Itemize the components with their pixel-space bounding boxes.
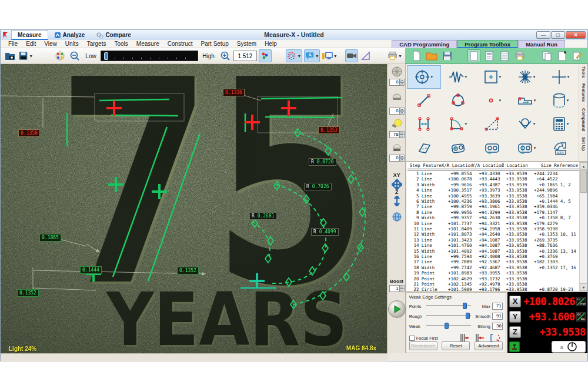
close-button[interactable]: ✕	[566, 31, 586, 39]
ribbon-tab-compare[interactable]: Compare	[91, 30, 136, 40]
menu-item[interactable]: Units	[61, 41, 83, 47]
menu-item[interactable]: Edit	[22, 41, 40, 47]
dropdown-arrow-icon[interactable]: ▾	[534, 98, 536, 103]
scrollbar-thumb[interactable]	[580, 170, 587, 193]
magnification-button[interactable]: ▼	[322, 49, 338, 62]
units-toggle-icon[interactable]: inmm	[576, 297, 586, 306]
tool-vgroove[interactable]: ▾	[509, 112, 543, 136]
edge-detect-button[interactable]: ▼	[286, 49, 302, 62]
dropdown-arrow-icon[interactable]: ▾	[465, 75, 467, 79]
table-row[interactable]: 19 Point +101.8983 +93.9955 +33.9538	[407, 270, 579, 276]
table-row[interactable]: 13 Line +101.3423 +94.1087 +33.9538 +269…	[407, 237, 579, 243]
report-view-detail-button[interactable]	[498, 49, 511, 62]
paste-steps-button[interactable]	[556, 49, 569, 62]
coord-mode-toggle-icon[interactable]: XYRA	[576, 312, 586, 321]
measurement-cross[interactable]	[108, 177, 123, 192]
tool-cylinder[interactable]: ▾	[543, 89, 577, 112]
table-row[interactable]: 18 Width +99.7742 +92.4687 +33.9538 +0.1…	[407, 265, 579, 270]
joystick-button[interactable]	[509, 341, 520, 352]
dropdown-arrow-icon[interactable]: ▾	[533, 122, 536, 126]
table-row[interactable]: 14 Line +101.4760 +94.1087 +33.9538 +88.…	[407, 243, 579, 248]
table-row[interactable]: 22 Circle +101.5909 +93.1796 +33.9538 +0…	[407, 287, 579, 292]
tool-point[interactable]: ▾	[475, 89, 509, 112]
tool-slot[interactable]	[441, 136, 475, 160]
save-dropdown-button[interactable]: ▼	[18, 49, 33, 62]
capture-save-button[interactable]	[4, 49, 16, 62]
table-row[interactable]: 7 Line +99.8759 +94.1961 +33.9538 +359.0…	[407, 204, 579, 209]
new-program-button[interactable]	[410, 49, 423, 62]
copy-steps-button[interactable]	[540, 49, 553, 62]
weak-edge-slider[interactable]	[426, 313, 471, 320]
y-axis-button[interactable]: Y	[509, 311, 521, 323]
menu-item[interactable]: File	[4, 41, 22, 47]
x-axis-button[interactable]: X	[509, 296, 521, 307]
ribbon-tab-measure[interactable]: Measure	[11, 30, 48, 40]
table-row[interactable]: 20 Point +102.4629 +93.1732 +33.9538	[407, 276, 579, 282]
report-view-blank-button[interactable]	[467, 49, 480, 62]
slider-value-box[interactable]: 36	[492, 323, 503, 330]
palette-category-tab[interactable]: Features	[581, 83, 586, 102]
slider-handle[interactable]	[445, 323, 449, 329]
tool-datum[interactable]	[475, 136, 509, 160]
tool-part-setup[interactable]: ⌂2A	[543, 136, 577, 160]
slider-value-box[interactable]: 91	[492, 313, 503, 320]
color-palette-button[interactable]	[54, 49, 66, 62]
surface-light-spinner[interactable]: 78▲▼	[389, 131, 405, 138]
table-row[interactable]: 6 Width +100.4236 +93.3806 +33.9538 +0.1…	[407, 199, 579, 204]
table-row[interactable]: 8 Line +99.9956 +94.3299 +33.9538 +179.1…	[407, 210, 579, 215]
tool-width[interactable]	[407, 112, 441, 136]
dropdown-arrow-icon[interactable]: ▾	[534, 146, 536, 150]
tool-rotate[interactable]: R▾	[509, 136, 543, 160]
spinner-arrows[interactable]: ▲▼	[400, 131, 405, 138]
ring-light-spinner[interactable]: 0▲▼	[389, 79, 405, 86]
dropdown-arrow-icon[interactable]: ▾	[567, 75, 570, 79]
geometry-view-button[interactable]	[360, 49, 373, 62]
run-measurement-button[interactable]	[388, 300, 406, 318]
dropdown-arrow-icon[interactable]: ▾	[499, 75, 502, 79]
tool-plane[interactable]	[407, 136, 441, 160]
measurement-cross[interactable]	[245, 115, 260, 130]
measurement-cross[interactable]	[281, 100, 296, 116]
spinner-arrows[interactable]: ▲▼	[400, 285, 405, 292]
table-row[interactable]: 2 Line +100.0678 +93.4443 +33.9538 +64.4…	[407, 176, 579, 182]
report-view-summary-button[interactable]	[483, 49, 496, 62]
table-row[interactable]: 1 Line +99.8554 +93.4330 +33.9539 +244.2…	[407, 171, 579, 176]
dropdown-arrow-icon[interactable]: ▾	[430, 75, 433, 79]
color-channels-button[interactable]	[259, 49, 272, 62]
table-row[interactable]: 10 Line +101.7737 +94.3321 +33.9538 +179…	[407, 221, 579, 226]
table-row[interactable]: 17 Line +99.7889 +92.5367 +33.9538 +182.…	[407, 259, 579, 264]
remeasure-button[interactable]: Remeasure	[409, 341, 437, 350]
scroll-down-icon[interactable]: ▼	[580, 283, 587, 291]
table-row[interactable]: 21 Point +102.1345 +92.4978 +33.9538	[407, 282, 579, 287]
table-row[interactable]: 4 Line +100.3517 +93.3973 +33.9538 +244.…	[407, 187, 579, 193]
scroll-up-icon[interactable]: ▲	[580, 162, 587, 170]
menu-item[interactable]: Targets	[83, 41, 111, 47]
table-row[interactable]: 5 Line +100.4955 +93.3639 +33.9538 +65.1…	[407, 193, 579, 199]
annotation-button[interactable]: A▼	[304, 49, 320, 62]
xy-move-icon[interactable]	[387, 179, 406, 190]
table-row[interactable]: 16 Line +99.7594 +92.4008 +33.9538 +0.37…	[407, 254, 579, 259]
focus-first-checkbox[interactable]	[409, 336, 415, 341]
boost-spinner[interactable]: 1▲▼	[389, 285, 405, 292]
spinner-arrows[interactable]: ▲▼	[400, 79, 405, 86]
measurement-cross[interactable]	[249, 273, 265, 289]
menu-item[interactable]: Part Setup	[197, 41, 233, 47]
dropdown-arrow-icon[interactable]: ▾	[567, 122, 569, 126]
edit-step-button[interactable]	[571, 49, 584, 62]
table-row[interactable]: 11 Line +101.8409 +94.1958 +33.9538 +358…	[407, 226, 579, 232]
tab-manual-run[interactable]: Manual Run	[518, 40, 565, 48]
dropdown-arrow-icon[interactable]: ▾	[533, 75, 536, 79]
menu-item[interactable]: System	[233, 41, 260, 47]
menu-item[interactable]: Measure	[132, 41, 163, 47]
spinner-arrows[interactable]: ▲▼	[400, 155, 405, 162]
tool-focus-target[interactable]: ▾	[407, 65, 441, 89]
tab-cad-programming[interactable]: CAD Programming	[392, 40, 457, 48]
maximize-button[interactable]: ▢	[551, 31, 565, 39]
slider-handle[interactable]	[463, 303, 467, 309]
weak-edge-slider[interactable]	[426, 323, 471, 330]
menu-item[interactable]: View	[40, 41, 61, 47]
palette-category-tab[interactable]: Tools	[581, 66, 586, 78]
advanced-button[interactable]: Advanced	[475, 341, 503, 350]
print-report-button[interactable]	[513, 49, 526, 62]
weak-edge-slider[interactable]	[426, 303, 471, 310]
